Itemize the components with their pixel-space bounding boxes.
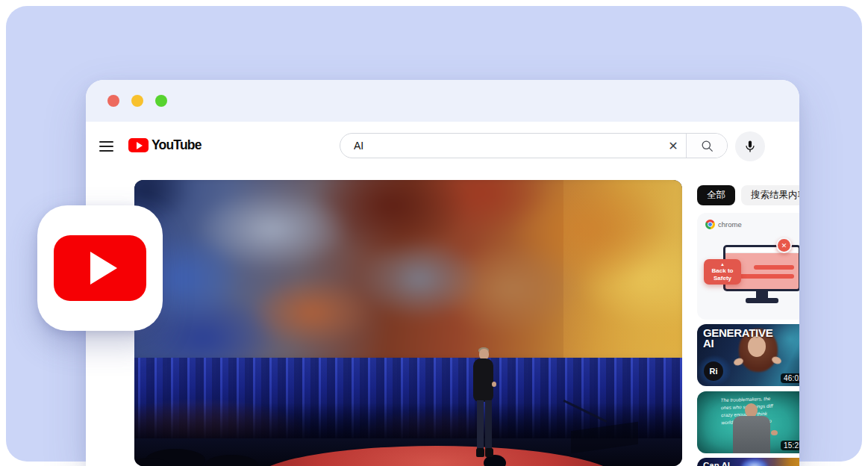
- speaker-boot: [476, 448, 484, 457]
- speaker-body: [473, 358, 493, 402]
- search-input[interactable]: [340, 140, 661, 152]
- search-results-sidebar: 全部 搜索结果内容 chrome ▲: [697, 180, 799, 466]
- youtube-play-icon: [128, 138, 149, 152]
- video-thumbnail-ted-talk[interactable]: The troublemakers, the ones who see thin…: [697, 391, 799, 453]
- close-window-button[interactable]: [107, 95, 119, 107]
- voice-search-button[interactable]: [735, 131, 765, 161]
- youtube-wordmark: YouTube: [152, 137, 202, 153]
- youtube-header: YouTube ✕: [86, 122, 799, 170]
- youtube-play-icon-large: [54, 235, 146, 301]
- channel-badge: Ri: [704, 361, 723, 381]
- video-thumbnail-generative-ai[interactable]: GENERATIVE AI Ri 46:02: [697, 324, 799, 386]
- browser-window: YouTube ✕: [86, 80, 799, 466]
- presenter-hand: [771, 430, 778, 435]
- presenter-body: [733, 416, 770, 453]
- duration-badge: 46:02: [781, 373, 799, 383]
- youtube-logo[interactable]: YouTube: [128, 137, 202, 153]
- chip-all[interactable]: 全部: [697, 185, 735, 205]
- thumbnail-title-overlay: GENERATIVE AI: [703, 328, 772, 350]
- clear-icon: ✕: [668, 139, 678, 153]
- zoom-window-button[interactable]: [155, 95, 167, 107]
- speaker-figure: [469, 347, 502, 461]
- speaker-leg: [485, 400, 492, 450]
- duration-badge: 15:25: [781, 441, 799, 450]
- ad-brand-row: chrome: [705, 220, 742, 229]
- youtube-app-icon[interactable]: [37, 205, 163, 331]
- chrome-ad-card[interactable]: chrome ▲ Back to Safety ✕: [697, 213, 799, 320]
- thumbnail-title-overlay: Can AI: [703, 461, 730, 466]
- chip-search-results[interactable]: 搜索结果内容: [741, 185, 799, 205]
- filter-chips: 全部 搜索结果内容: [697, 185, 799, 205]
- close-badge-icon[interactable]: ✕: [776, 237, 792, 253]
- video-thumbnail-can-ai[interactable]: Can AI: [697, 458, 799, 466]
- speaker-leg: [477, 400, 484, 450]
- page-background: YouTube ✕: [0, 0, 868, 466]
- play-triangle-icon: [90, 252, 117, 285]
- warning-icon: ▲: [720, 262, 725, 267]
- search-icon: [700, 139, 714, 153]
- presenter-hand: [733, 357, 744, 367]
- clear-search-button[interactable]: ✕: [661, 134, 686, 158]
- video-player[interactable]: [134, 180, 682, 466]
- monitor-red-bar: [754, 265, 794, 270]
- window-titlebar: [86, 80, 799, 122]
- minimize-window-button[interactable]: [131, 95, 143, 107]
- projection-screen-right-panel: [563, 180, 682, 359]
- speaker-hand: [492, 382, 496, 387]
- speaker-boot: [485, 448, 493, 457]
- microphone-icon: [743, 139, 758, 154]
- monitor-red-bar: [737, 274, 794, 279]
- search-button[interactable]: [687, 134, 727, 158]
- search-bar: ✕: [340, 133, 728, 158]
- monitor-stand-base: [746, 298, 778, 303]
- back-to-safety-button[interactable]: ▲ Back to Safety: [704, 259, 741, 285]
- menu-icon[interactable]: [99, 141, 113, 152]
- ad-brand-label: chrome: [718, 220, 742, 229]
- chrome-logo-icon: [705, 220, 715, 229]
- thumbnail-art: [742, 459, 767, 466]
